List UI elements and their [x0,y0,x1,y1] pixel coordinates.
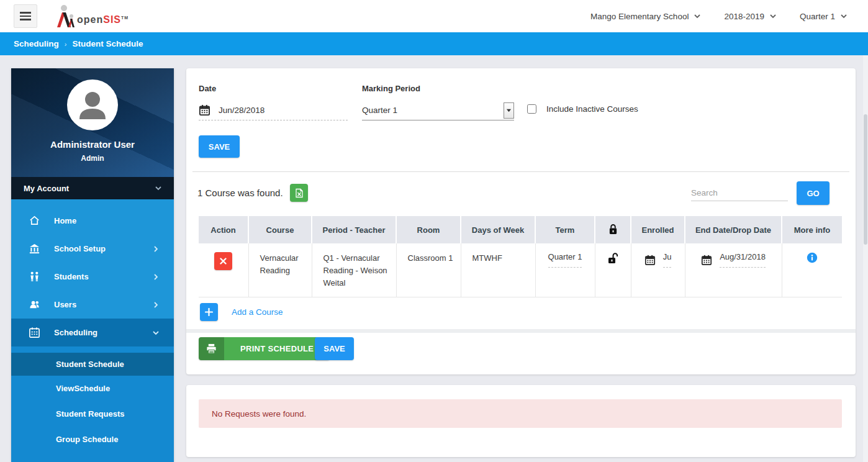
calendar-icon [701,255,712,266]
header-action: Action [199,216,248,243]
header-period-teacher: Period - Teacher [312,216,396,243]
breadcrumb-separator-icon: › [65,40,67,48]
header-enrolled: Enrolled [631,216,685,243]
select-arrow-icon [504,102,514,119]
no-requests-text: No Requests were found. [212,409,306,419]
section-divider [192,171,849,172]
lock-open-icon[interactable] [608,252,618,264]
sidebar-item-home[interactable]: Home [11,207,174,235]
chevron-down-icon [841,13,847,19]
breadcrumb-page: Student Schedule [72,39,143,48]
table-header-row: Action Course Period - Teacher Room Days… [199,216,842,243]
marking-period-value: Quarter 1 [362,106,397,115]
end-date-value: Aug/31/2018 [720,252,766,268]
sidebar-item-scheduling[interactable]: Scheduling [11,319,174,346]
breadcrumb: Scheduling › Student Schedule [0,32,868,55]
logo-open-text: open [77,14,103,25]
save-schedule-button[interactable]: SAVE [315,337,354,360]
avatar [67,79,118,130]
enrolled-date-field[interactable]: Ju [644,252,672,268]
term-editable[interactable]: Quarter 1 [548,252,582,268]
header-room: Room [396,216,461,243]
course-count-text: 1 Course was found. [197,188,283,198]
calendar-icon [29,327,40,338]
submenu-item-student-schedule[interactable]: Student Schedule [11,353,174,376]
chevron-right-icon [153,246,159,252]
header-end-date: End Date/Drop Date [685,216,782,243]
course-name: Vernacular Reading [260,252,307,277]
profile-role: Admin [81,154,104,163]
school-selector[interactable]: Mango Elementary School [590,12,700,21]
date-label: Date [199,84,216,93]
calendar-icon [199,104,210,116]
print-schedule-button[interactable]: PRINT SCHEDULE [199,337,330,360]
no-requests-alert: No Requests were found. [199,399,842,428]
submenu-item-student-requests[interactable]: Student Requests [11,401,174,427]
menu-toggle-button[interactable] [14,4,37,28]
sidebar-item-school-setup[interactable]: School Setup [11,235,174,263]
chevron-down-icon [770,13,776,19]
submenu-item-group-schedule[interactable]: Group Schedule [11,427,174,452]
schedule-panel: Date Jun/28/2018 Marking Period Quarter … [186,68,856,374]
chevron-right-icon [153,274,159,280]
sidebar: Administrator User Admin My Account Home… [11,68,174,462]
add-course-button[interactable] [200,303,218,321]
print-schedule-label: PRINT SCHEDULE [224,337,330,360]
add-course-link[interactable]: Add a Course [232,307,283,317]
days-of-week: MTWHF [472,252,530,265]
enrolled-date-value: Ju [663,252,672,268]
delete-course-button[interactable] [214,252,232,270]
school-year-selector[interactable]: 2018-2019 [724,12,776,21]
plus-icon [205,308,213,316]
header-term: Term [535,216,595,243]
sidebar-nav: Home School Setup [11,199,174,462]
chevron-down-icon [155,185,161,191]
scheduling-submenu: Student Schedule ViewSchedule Student Re… [11,346,174,462]
users-icon [29,299,40,310]
breadcrumb-section[interactable]: Scheduling [14,39,59,48]
date-value: Jun/28/2018 [219,106,264,115]
students-icon [29,271,40,283]
opensis-logo: openSISTM [51,4,129,29]
period-teacher: Q1 - Vernacular Reading - Weison Weital [323,252,391,289]
go-button[interactable]: GO [797,181,830,205]
my-account-menu[interactable]: My Account [11,177,174,199]
submenu-item-view-schedule[interactable]: ViewSchedule [11,376,174,401]
logo-tm: TM [121,16,129,20]
marking-period-select[interactable]: Quarter 1 [362,101,514,120]
chevron-down-icon [153,330,159,336]
printer-icon [206,343,217,354]
end-date-field[interactable]: Aug/31/2018 [701,252,766,268]
chevron-right-icon [153,302,159,308]
export-excel-button[interactable] [290,184,308,202]
user-profile-panel: Administrator User Admin [11,68,174,177]
scrollbar-thumb[interactable] [864,114,867,245]
opensis-logo-icon [51,4,81,29]
chevron-down-icon [694,13,700,19]
header-days: Days of Week [461,216,535,243]
date-picker-field[interactable]: Jun/28/2018 [199,101,348,120]
marking-period-topbar-selector[interactable]: Quarter 1 [800,12,847,21]
hamburger-icon [20,12,31,14]
scrollbar-track[interactable] [863,55,868,462]
schedule-table: Action Course Period - Teacher Room Days… [199,216,842,297]
calendar-icon [644,255,656,266]
sidebar-item-students[interactable]: Students [11,263,174,291]
sidebar-item-users[interactable]: Users [11,291,174,319]
excel-file-icon [294,188,304,198]
include-inactive-label: Include Inactive Courses [546,104,638,114]
home-icon [29,215,40,227]
include-inactive-checkbox[interactable] [527,104,536,114]
save-filters-button[interactable]: SAVE [199,135,240,158]
header-more-info: More info [782,216,842,243]
school-icon [29,243,40,255]
search-input[interactable] [691,185,788,201]
logo-sis-text: SIS [103,14,121,25]
header-course: Course [248,216,312,243]
room: Classroom 1 [408,252,456,265]
profile-name: Administrator User [50,139,135,150]
info-icon[interactable] [807,252,818,263]
person-icon [67,79,118,130]
header-lock [595,216,631,243]
section-divider [186,329,856,333]
